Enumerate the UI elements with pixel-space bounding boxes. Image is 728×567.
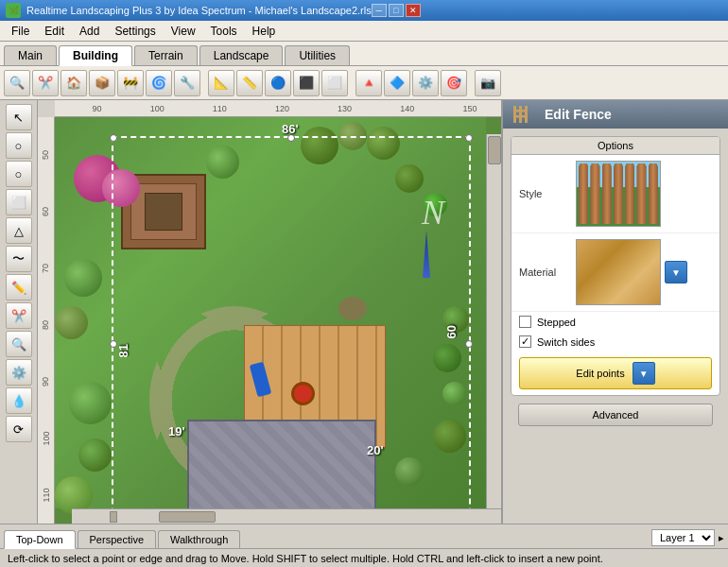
svg-rect-4 — [513, 115, 528, 118]
switch-sides-checkbox[interactable]: ✓ — [519, 335, 531, 348]
toolbar-btn-4[interactable]: 🚧 — [117, 70, 144, 96]
menu-tools[interactable]: Tools — [203, 23, 245, 40]
tool-zoom[interactable]: 🔍 — [6, 331, 32, 357]
dimension-bottom: 20' — [367, 443, 384, 457]
material-dropdown-button[interactable]: ▼ — [665, 261, 687, 284]
tool-circle[interactable]: ○ — [6, 132, 32, 159]
vertical-scrollbar[interactable] — [486, 134, 501, 508]
toolbar-btn-7[interactable]: 📐 — [208, 70, 234, 96]
style-thumbnail[interactable] — [576, 161, 661, 227]
tool-dropper[interactable]: 💧 — [6, 387, 32, 414]
toolbar-btn-6[interactable]: 🔧 — [174, 70, 200, 96]
app-icon: 🌿 — [6, 3, 21, 18]
toolbar-btn-8[interactable]: 📏 — [236, 70, 263, 96]
dimension-top: 86' — [282, 122, 299, 136]
dimension-left: 81 — [116, 344, 130, 357]
layer-dropdown[interactable]: Layer 1 — [651, 529, 715, 546]
horizontal-scrollbar[interactable] — [72, 508, 501, 524]
menu-edit[interactable]: Edit — [37, 23, 72, 40]
toolbar-btn-15[interactable]: 🎯 — [441, 70, 467, 96]
material-thumbnail[interactable] — [576, 239, 661, 305]
north-label: N — [422, 193, 444, 232]
tool-wave[interactable]: 〜 — [6, 246, 32, 272]
fence-corner-tl[interactable] — [110, 134, 117, 142]
ruler-left: 50 60 70 80 90 100 110 — [38, 117, 55, 524]
dimension-right: 60 — [444, 325, 459, 338]
stepped-checkbox-row: Stepped — [511, 312, 719, 332]
edit-points-label: Edit points — [576, 368, 624, 379]
toolbar-btn-1[interactable]: ✂️ — [32, 70, 59, 96]
left-tools-panel: ↖ ○ ○ ⬜ △ 〜 ✏️ ✂️ 🔍 ⚙️ 💧 ⟳ — [0, 100, 38, 524]
switch-sides-label: Switch sides — [537, 336, 595, 348]
toolbar-btn-9[interactable]: 🔵 — [265, 70, 291, 96]
toolbar-btn-16[interactable]: 📷 — [475, 70, 501, 96]
toolbar-btn-13[interactable]: 🔷 — [384, 70, 410, 96]
menubar: File Edit Add Settings View Tools Help — [0, 21, 728, 42]
options-title: Options — [511, 137, 719, 155]
landscape-canvas[interactable]: 86' 60 20' 81 19' N — [55, 117, 501, 524]
tool-triangle[interactable]: △ — [6, 217, 32, 244]
menu-settings[interactable]: Settings — [107, 23, 163, 40]
svg-rect-1 — [519, 106, 522, 123]
stepped-label: Stepped — [537, 317, 576, 328]
right-panel: Edit Fence Options Style — [501, 100, 728, 524]
view-tab-topdown[interactable]: Top-Down — [4, 530, 76, 549]
main-area: ↖ ○ ○ ⬜ △ 〜 ✏️ ✂️ 🔍 ⚙️ 💧 ⟳ 9010011012013… — [0, 100, 728, 524]
style-field: Style — [511, 155, 719, 233]
tool-rect[interactable]: ○ — [6, 161, 32, 187]
edit-points-dropdown[interactable]: ▼ — [633, 362, 655, 385]
advanced-button[interactable]: Advanced — [518, 404, 713, 426]
tool-rotate[interactable]: ⟳ — [6, 416, 32, 442]
tool-square[interactable]: ⬜ — [6, 189, 32, 215]
fence-corner-tr[interactable] — [465, 134, 473, 142]
ruler-top: 90100110120130140150 — [55, 100, 501, 117]
stepped-checkbox[interactable] — [519, 316, 531, 328]
canvas-wrapper: 90100110120130140150 50 60 70 80 90 100 … — [38, 100, 501, 524]
view-tab-walkthrough[interactable]: Walkthrough — [158, 530, 240, 548]
panel-title: Edit Fence — [545, 107, 612, 122]
tool-settings[interactable]: ⚙️ — [6, 359, 32, 386]
svg-rect-3 — [513, 110, 528, 112]
material-label: Material — [519, 266, 576, 278]
toolbar: 🔍 ✂️ 🏠 📦 🚧 🌀 🔧 📐 📏 🔵 ⬛ ⬜ 🔺 🔷 ⚙️ 🎯 📷 — [0, 66, 728, 100]
style-label: Style — [519, 188, 576, 199]
advanced-label: Advanced — [593, 409, 639, 421]
fence-corner-mr[interactable] — [465, 340, 473, 348]
window-title: Realtime Landscaping Plus 3 by Idea Spec… — [26, 5, 372, 16]
view-tab-perspective[interactable]: Perspective — [78, 530, 156, 548]
menu-view[interactable]: View — [164, 23, 203, 40]
maximize-button[interactable]: □ — [389, 4, 404, 17]
toolbar-btn-11[interactable]: ⬜ — [321, 70, 348, 96]
tab-utilities[interactable]: Utilities — [285, 45, 350, 65]
menu-add[interactable]: Add — [72, 23, 107, 40]
tool-pen[interactable]: ✏️ — [6, 274, 32, 301]
minimize-button[interactable]: ─ — [372, 4, 387, 17]
panel-body: Options Style — [503, 129, 728, 524]
tab-building[interactable]: Building — [59, 45, 132, 66]
tab-main[interactable]: Main — [4, 45, 57, 65]
fence-header-icon — [512, 106, 531, 123]
tool-select[interactable]: ↖ — [6, 104, 32, 130]
fence-boards — [577, 162, 660, 226]
fence-selection-outline — [112, 136, 471, 524]
toolbar-btn-10[interactable]: ⬛ — [293, 70, 320, 96]
toolbar-btn-0[interactable]: 🔍 — [4, 70, 30, 96]
close-button[interactable]: ✕ — [406, 4, 421, 17]
titlebar: 🌿 Realtime Landscaping Plus 3 by Idea Sp… — [0, 0, 728, 21]
layer-arrow: ▸ — [719, 532, 724, 544]
tab-bar: Main Building Terrain Landscape Utilitie… — [0, 42, 728, 66]
tab-terrain[interactable]: Terrain — [134, 45, 198, 65]
layer-selector: Layer 1 ▸ — [651, 529, 724, 548]
edit-points-button[interactable]: Edit points ▼ — [519, 357, 712, 389]
toolbar-btn-5[interactable]: 🌀 — [146, 70, 172, 96]
tab-landscape[interactable]: Landscape — [199, 45, 284, 65]
tool-scissors[interactable]: ✂️ — [6, 302, 32, 329]
toolbar-btn-14[interactable]: ⚙️ — [412, 70, 439, 96]
menu-file[interactable]: File — [4, 23, 37, 40]
toolbar-btn-2[interactable]: 🏠 — [61, 70, 87, 96]
toolbar-btn-3[interactable]: 📦 — [89, 70, 115, 96]
options-group: Options Style — [511, 136, 720, 396]
switch-sides-checkbox-row: ✓ Switch sides — [511, 332, 719, 352]
toolbar-btn-12[interactable]: 🔺 — [355, 70, 382, 96]
menu-help[interactable]: Help — [245, 23, 284, 40]
